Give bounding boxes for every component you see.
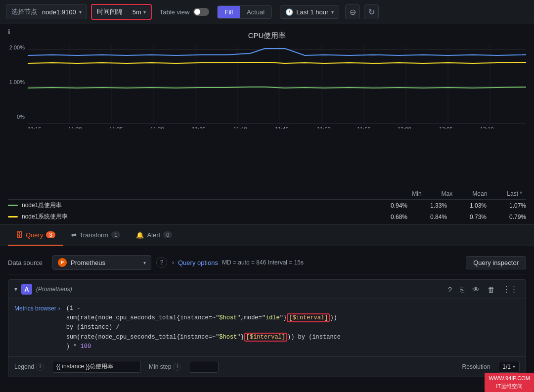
tab-transform-label: Transform: [80, 231, 109, 239]
chart-info-icon: ℹ: [8, 28, 10, 35]
code-line-4: sum(rate(node_cpu_seconds_total{instance…: [66, 333, 341, 342]
interval-value[interactable]: 5m ▾: [128, 6, 151, 18]
chevron-down-icon: ▾: [79, 9, 82, 15]
legend-min-2: 0.68%: [383, 214, 407, 220]
query-header-actions: ? ⎘ 👁 🗑 ⋮⋮: [446, 284, 520, 295]
time-range-selector[interactable]: 🕐 Last 1 hour ▾: [280, 5, 339, 19]
watermark: WWW.94IP.COM IT运维空间: [485, 373, 534, 392]
watermark-line1: WWW.94IP.COM: [489, 375, 530, 382]
query-source-name: (Prometheus): [36, 286, 72, 293]
legend-bottom-label: Legend i: [14, 363, 44, 371]
transform-icon: ⇌: [71, 231, 77, 239]
metrics-browser-button[interactable]: Metrics browser ›: [14, 304, 60, 351]
alert-icon: 🔔: [136, 231, 144, 239]
y-label-2: 2.00%: [9, 44, 25, 50]
refresh-icon: ↻: [368, 7, 375, 17]
legend-last-1: 1.07%: [501, 202, 526, 209]
tab-alert[interactable]: 🔔 Alert 0: [128, 225, 180, 246]
svg-text:11:50: 11:50: [317, 126, 331, 129]
chart-area: ℹ CPU使用率 2.00% 1.00% 0%: [0, 24, 534, 187]
legend-max-2: 0.84%: [422, 214, 447, 220]
interval-selector[interactable]: 时间间隔 5m ▾: [91, 4, 152, 20]
svg-text:11:25: 11:25: [109, 126, 123, 129]
panel-tabs: 🗄 Query 3 ⇌ Transform 1 🔔 Alert 0: [0, 224, 534, 246]
svg-text:11:35: 11:35: [192, 126, 206, 129]
zoom-out-icon: ⊖: [350, 7, 356, 17]
datasource-name: Prometheus: [71, 259, 105, 266]
datasource-label: Data source: [8, 259, 47, 266]
query-inspector-button[interactable]: Query inspector: [466, 256, 526, 269]
query-panel: Data source P Prometheus ▾ ? › Query opt…: [0, 246, 534, 382]
top-toolbar: 选择节点 node1:9100 ▾ 时间间隔 5m ▾ Table view F…: [0, 0, 534, 24]
chart-title: CPU使用率: [8, 28, 526, 43]
clock-icon: 🕐: [285, 8, 293, 16]
table-view-toggle[interactable]: Table view: [160, 8, 210, 16]
datasource-chevron-icon: ▾: [143, 260, 146, 265]
green-line: [28, 87, 526, 88]
fill-button[interactable]: Fill: [218, 6, 240, 18]
node-selector-label: 选择节点: [11, 7, 37, 16]
resolution-select[interactable]: 1/1 ▾: [498, 361, 520, 373]
svg-text:12:05: 12:05: [439, 126, 453, 129]
legend-color-green: [8, 205, 18, 206]
time-range-label: Last 1 hour: [296, 8, 328, 16]
tab-alert-badge: 0: [163, 231, 172, 238]
help-icon[interactable]: ?: [156, 257, 167, 268]
table-view-switch[interactable]: [193, 8, 209, 16]
tab-query-badge: 3: [46, 231, 55, 238]
query-block-header: ▾ A (Prometheus) ? ⎘ 👁 🗑 ⋮⋮: [8, 280, 526, 299]
legend-mean-2: 0.73%: [462, 214, 487, 220]
fill-actual-selector: Fill Actual: [217, 5, 272, 19]
legend-bottom-row: Legend i Min step i Resolution 1/1 ▾: [8, 356, 526, 377]
query-options-label[interactable]: Query options: [178, 259, 218, 266]
legend-mean-1: 1.03%: [462, 202, 487, 209]
resolution-label: Resolution: [462, 363, 490, 370]
prometheus-icon: P: [58, 258, 67, 267]
legend-item[interactable]: node1总使用率 0.94% 1.33% 1.03% 1.07%: [8, 200, 526, 211]
database-icon: 🗄: [16, 231, 23, 239]
y-label-1: 1.00%: [9, 79, 25, 85]
metrics-browser-arrow-icon: ›: [58, 305, 60, 312]
watermark-line2: IT运维空间: [489, 383, 530, 390]
legend-color-yellow: [8, 216, 18, 218]
interval-chevron-icon: ▾: [143, 9, 146, 15]
eye-icon[interactable]: 👁: [470, 284, 482, 295]
delete-icon[interactable]: 🗑: [486, 284, 497, 295]
legend-area: Min Max Mean Last * node1总使用率 0.94% 1.33…: [0, 187, 534, 224]
svg-text:11:20: 11:20: [68, 126, 82, 129]
svg-text:11:30: 11:30: [150, 126, 164, 129]
legend-header-min: Min: [412, 190, 421, 197]
resolution-value: 1/1: [502, 363, 511, 370]
node-selector[interactable]: 选择节点 node1:9100 ▾: [6, 4, 87, 19]
zoom-out-button[interactable]: ⊖: [345, 4, 360, 19]
resolution-chevron-icon: ▾: [513, 364, 515, 369]
drag-handle-icon[interactable]: ⋮⋮: [501, 284, 520, 295]
query-code[interactable]: (1 - sum(rate(node_cpu_seconds_total{ins…: [66, 304, 520, 351]
query-options-info: MD = auto = 846 Interval = 15s: [222, 259, 304, 266]
chart-svg: 11:15 11:20 11:25 11:30 11:35 11:40 11:4…: [28, 44, 526, 129]
legend-item[interactable]: node1系统使用率 0.68% 0.84% 0.73% 0.79%: [8, 211, 526, 222]
svg-text:11:45: 11:45: [275, 126, 289, 129]
minstep-label: Min step i: [149, 363, 181, 371]
tab-query-label: Query: [26, 231, 43, 239]
collapse-arrow-icon[interactable]: ▾: [14, 286, 17, 293]
legend-input[interactable]: [52, 361, 141, 373]
legend-min-1: 0.94%: [383, 202, 407, 209]
legend-header-last: Last *: [507, 190, 522, 197]
code-line-2: sum(rate(node_cpu_seconds_total{instance…: [66, 313, 337, 322]
refresh-button[interactable]: ↻: [364, 4, 379, 19]
interval-label: 时间间隔: [92, 5, 128, 19]
datasource-row: Data source P Prometheus ▾ ? › Query opt…: [8, 251, 526, 274]
help-circle-icon[interactable]: ?: [446, 284, 454, 295]
copy-icon[interactable]: ⎘: [458, 284, 466, 295]
datasource-selector[interactable]: P Prometheus ▾: [52, 255, 151, 270]
tab-transform[interactable]: ⇌ Transform 1: [63, 225, 129, 246]
code-line-5: ) * 100: [66, 343, 91, 350]
query-options-row: › Query options MD = auto = 846 Interval…: [172, 259, 304, 266]
minstep-input[interactable]: [189, 361, 219, 373]
query-block-a: ▾ A (Prometheus) ? ⎘ 👁 🗑 ⋮⋮ Metrics brow…: [8, 279, 526, 377]
legend-label-2: node1系统使用率: [22, 213, 68, 221]
tab-query[interactable]: 🗄 Query 3: [8, 225, 63, 246]
actual-button[interactable]: Actual: [240, 6, 271, 18]
tab-transform-badge: 1: [111, 231, 120, 238]
